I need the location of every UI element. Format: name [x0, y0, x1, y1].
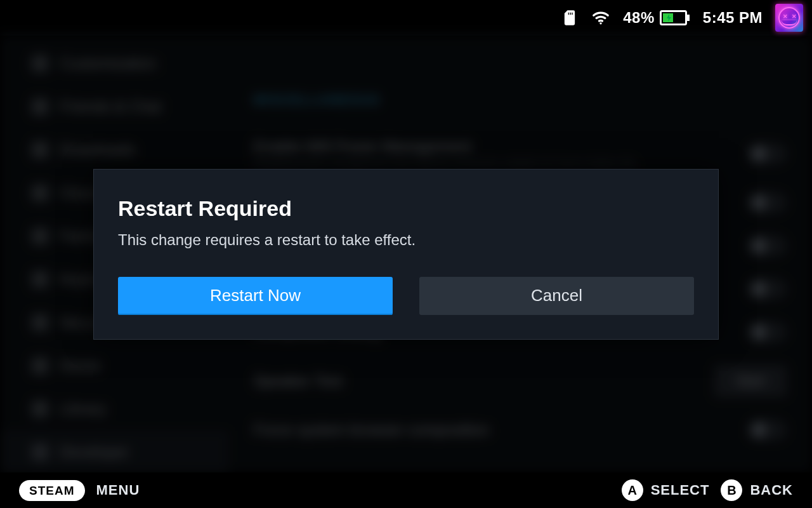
dialog-body: This change requires a restart to take e… [118, 231, 694, 249]
restart-required-dialog: Restart Required This change requires a … [93, 169, 719, 340]
battery-icon [660, 9, 690, 27]
restart-now-button[interactable]: Restart Now [118, 277, 393, 315]
footer-bar: STEAM MENU A SELECT B BACK [0, 472, 812, 508]
menu-label: MENU [96, 482, 140, 498]
status-bar: 48% 5:45 PM ✕✕ [0, 0, 812, 36]
dialog-title: Restart Required [118, 196, 694, 221]
cancel-button[interactable]: Cancel [419, 277, 694, 315]
modal-backdrop: Restart Required This change requires a … [0, 36, 812, 472]
battery-percent: 48% [623, 9, 655, 27]
b-button-icon: B [721, 479, 742, 501]
avatar[interactable]: ✕✕ [775, 4, 803, 32]
hint-select: A SELECT [622, 479, 710, 501]
battery-indicator: 48% [623, 9, 690, 27]
svg-rect-2 [687, 15, 690, 21]
a-button-icon: A [622, 479, 643, 501]
clock: 5:45 PM [703, 9, 763, 27]
sd-card-icon [561, 9, 579, 27]
wifi-icon [591, 8, 610, 27]
steam-button[interactable]: STEAM [19, 480, 85, 501]
svg-point-0 [600, 22, 602, 24]
hint-back: B BACK [721, 479, 793, 501]
